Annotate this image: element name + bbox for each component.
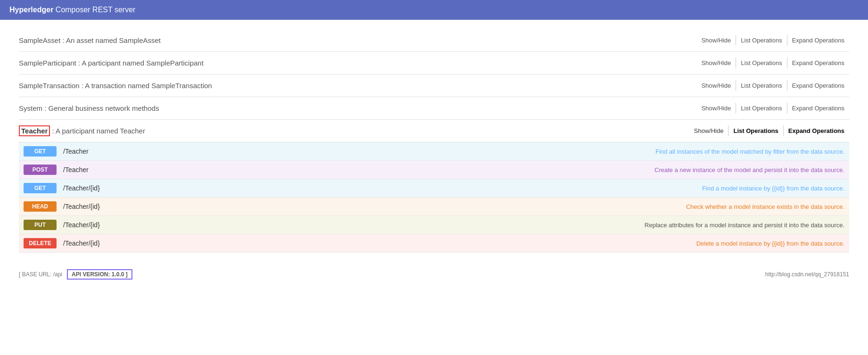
- show-hide-btn-1[interactable]: Show/Hide: [696, 58, 736, 68]
- endpoints-container: GET/TeacherFind all instances of the mod…: [19, 142, 849, 253]
- api-version-badge[interactable]: API VERSION: 1.0.0 ]: [67, 269, 132, 280]
- expand-ops-btn-0[interactable]: Expand Operations: [787, 35, 849, 46]
- section-system: System : General business network method…: [19, 97, 849, 120]
- method-badge-3: HEAD: [24, 201, 57, 212]
- section-system-controls: Show/Hide List Operations Expand Operati…: [696, 103, 849, 114]
- endpoint-desc-1: Create a new instance of the model and p…: [139, 166, 844, 173]
- teacher-title: Teacher : A participant named Teacher: [19, 127, 145, 135]
- section-sample-asset-controls: Show/Hide List Operations Expand Operati…: [696, 35, 849, 46]
- method-badge-2: GET: [24, 183, 57, 193]
- method-badge-5: DELETE: [24, 238, 57, 248]
- teacher-show-hide[interactable]: Show/Hide: [689, 125, 729, 136]
- list-ops-btn-2[interactable]: List Operations: [736, 80, 786, 91]
- expand-ops-btn-2[interactable]: Expand Operations: [787, 80, 849, 91]
- section-sample-asset: SampleAsset : An asset named SampleAsset…: [19, 29, 849, 52]
- footer: [ BASE URL: /api API VERSION: 1.0.0 ] ht…: [0, 262, 868, 287]
- endpoint-desc-5: Delete a model instance by {{id}} from t…: [139, 240, 844, 247]
- endpoint-row-0[interactable]: GET/TeacherFind all instances of the mod…: [19, 142, 849, 161]
- teacher-colon: :: [50, 127, 54, 135]
- endpoint-desc-2: Find a model instance by {{id}} from the…: [139, 185, 844, 192]
- endpoint-path-0: /Teacher: [63, 148, 139, 155]
- teacher-name-highlighted: Teacher: [19, 125, 50, 136]
- main-content: SampleAsset : An asset named SampleAsset…: [0, 20, 868, 262]
- endpoint-row-2[interactable]: GET/Teacher/{id}Find a model instance by…: [19, 179, 849, 198]
- show-hide-btn-0[interactable]: Show/Hide: [696, 35, 736, 46]
- show-hide-btn-3[interactable]: Show/Hide: [696, 103, 736, 114]
- method-badge-0: GET: [24, 146, 57, 157]
- base-url-label: [ BASE URL: /api: [19, 271, 62, 278]
- show-hide-btn-2[interactable]: Show/Hide: [696, 80, 736, 91]
- section-sample-transaction: SampleTransaction : A transaction named …: [19, 74, 849, 97]
- section-sample-participant: SampleParticipant : A participant named …: [19, 52, 849, 74]
- endpoint-row-5[interactable]: DELETE/Teacher/{id}Delete a model instan…: [19, 234, 849, 253]
- brand-name: Hyperledger: [9, 6, 53, 14]
- section-sample-transaction-title: SampleTransaction : A transaction named …: [19, 82, 212, 90]
- list-ops-btn-0[interactable]: List Operations: [736, 35, 786, 46]
- endpoint-path-3: /Teacher/{id}: [63, 203, 139, 210]
- watermark: http://blog.csdn.net/qq_27918151: [765, 271, 849, 278]
- section-system-title: System : General business network method…: [19, 104, 159, 112]
- section-sample-asset-title: SampleAsset : An asset named SampleAsset: [19, 36, 161, 44]
- list-ops-btn-1[interactable]: List Operations: [736, 58, 786, 68]
- endpoint-desc-0: Find all instances of the model matched …: [139, 148, 844, 155]
- header-subtitle: Composer REST server: [53, 6, 135, 14]
- endpoint-row-3[interactable]: HEAD/Teacher/{id}Check whether a model i…: [19, 198, 849, 216]
- list-ops-btn-3[interactable]: List Operations: [736, 103, 786, 114]
- teacher-controls: Show/Hide List Operations Expand Operati…: [689, 125, 849, 136]
- teacher-header: Teacher : A participant named Teacher Sh…: [19, 120, 849, 142]
- method-badge-1: POST: [24, 165, 57, 175]
- expand-ops-btn-3[interactable]: Expand Operations: [787, 103, 849, 114]
- teacher-description: A participant named Teacher: [54, 127, 145, 135]
- section-sample-participant-controls: Show/Hide List Operations Expand Operati…: [696, 58, 849, 68]
- expand-ops-btn-1[interactable]: Expand Operations: [787, 58, 849, 68]
- endpoint-path-2: /Teacher/{id}: [63, 184, 139, 192]
- page-header: Hyperledger Composer REST server: [0, 0, 868, 20]
- endpoint-path-4: /Teacher/{id}: [63, 221, 139, 229]
- teacher-list-ops[interactable]: List Operations: [728, 125, 783, 136]
- section-teacher: Teacher : A participant named Teacher Sh…: [19, 120, 849, 253]
- endpoint-path-5: /Teacher/{id}: [63, 239, 139, 247]
- endpoint-desc-3: Check whether a model instance exists in…: [139, 203, 844, 210]
- teacher-expand-ops[interactable]: Expand Operations: [783, 125, 849, 136]
- endpoint-path-1: /Teacher: [63, 166, 139, 173]
- section-sample-participant-title: SampleParticipant : A participant named …: [19, 59, 204, 67]
- method-badge-4: PUT: [24, 220, 57, 230]
- endpoint-row-1[interactable]: POST/TeacherCreate a new instance of the…: [19, 161, 849, 179]
- endpoint-desc-4: Replace attributes for a model instance …: [139, 222, 844, 229]
- endpoint-row-4[interactable]: PUT/Teacher/{id}Replace attributes for a…: [19, 216, 849, 234]
- section-sample-transaction-controls: Show/Hide List Operations Expand Operati…: [696, 80, 849, 91]
